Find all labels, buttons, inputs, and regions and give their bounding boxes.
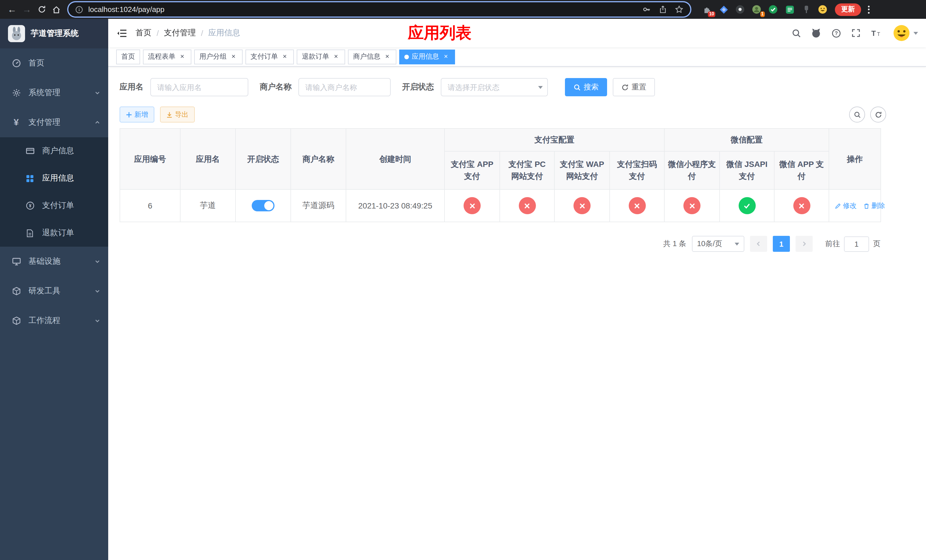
chevron-down-icon bbox=[914, 32, 918, 35]
sidebar-fold-icon[interactable] bbox=[108, 19, 136, 47]
home-icon[interactable] bbox=[49, 2, 64, 17]
extension-dark-icon[interactable] bbox=[735, 4, 746, 15]
close-icon[interactable] bbox=[178, 53, 186, 61]
sidebar-item-infrastructure[interactable]: 基础设施 bbox=[0, 247, 108, 276]
breadcrumb: 首页 支付管理 应用信息 bbox=[136, 28, 240, 38]
sidebar-item-label: 应用信息 bbox=[42, 173, 74, 183]
reload-icon[interactable] bbox=[34, 2, 49, 17]
extension-green-check-icon[interactable] bbox=[768, 4, 779, 15]
browser-menu-icon[interactable] bbox=[868, 5, 870, 14]
sidebar-item-refund-orders[interactable]: 退款订单 bbox=[0, 219, 108, 247]
total-count: 共 1 条 bbox=[663, 239, 686, 249]
close-icon[interactable] bbox=[332, 53, 340, 61]
extensions-puzzle-icon[interactable]: 10 bbox=[702, 4, 713, 15]
page-size-select[interactable]: 10条/页 bbox=[692, 236, 744, 252]
sidebar-item-dev-tools[interactable]: 研发工具 bbox=[0, 276, 108, 306]
col-header-alipay-app: 支付宝 APP 支付 bbox=[445, 151, 500, 189]
font-size-icon[interactable]: TT bbox=[869, 26, 883, 41]
search-button[interactable]: 搜索 bbox=[565, 78, 607, 96]
user-menu[interactable] bbox=[893, 24, 918, 42]
back-icon[interactable] bbox=[5, 2, 20, 17]
extension-chat-icon[interactable] bbox=[784, 4, 795, 15]
edit-link[interactable]: 修改 bbox=[835, 201, 856, 210]
refresh-button[interactable] bbox=[870, 106, 886, 123]
goto-page-input[interactable] bbox=[844, 236, 869, 251]
forward-icon[interactable] bbox=[20, 2, 34, 17]
toggle-search-button[interactable] bbox=[849, 106, 865, 123]
prev-page-button[interactable] bbox=[750, 236, 767, 252]
sidebar-item-merchant-info[interactable]: 商户信息 bbox=[0, 137, 108, 165]
cube-icon bbox=[11, 286, 21, 296]
github-icon[interactable] bbox=[809, 26, 823, 41]
add-button[interactable]: 新增 bbox=[120, 106, 154, 123]
address-bar[interactable]: localhost:1024/pay/app bbox=[68, 2, 690, 17]
chrome-update-button[interactable]: 更新 bbox=[835, 3, 861, 16]
breadcrumb-home[interactable]: 首页 bbox=[136, 28, 151, 38]
extension-pin-icon[interactable] bbox=[801, 4, 811, 15]
close-icon[interactable] bbox=[442, 53, 450, 61]
bookmark-star-icon[interactable] bbox=[675, 5, 683, 14]
reset-button-label: 重置 bbox=[632, 82, 646, 92]
export-button[interactable]: 导出 bbox=[160, 106, 195, 123]
svg-text:T: T bbox=[877, 31, 880, 37]
active-dot bbox=[404, 54, 409, 59]
extension-profile-icon[interactable]: 1 bbox=[751, 4, 762, 15]
tab-process-form[interactable]: 流程表单 bbox=[143, 49, 191, 64]
breadcrumb-payment[interactable]: 支付管理 bbox=[164, 28, 196, 38]
header-search-icon[interactable] bbox=[789, 26, 803, 41]
sidebar-item-payment-orders[interactable]: ¥ 支付订单 bbox=[0, 192, 108, 219]
sidebar-item-app-info[interactable]: 应用信息 bbox=[0, 165, 108, 192]
filter-bar: 应用名 商户名称 开启状态 搜索 重置 bbox=[120, 78, 886, 96]
tab-merchant-info[interactable]: 商户信息 bbox=[348, 49, 396, 64]
col-group-alipay: 支付宝配置 bbox=[445, 129, 664, 151]
password-key-icon[interactable] bbox=[642, 5, 651, 14]
chevron-up-icon bbox=[95, 120, 100, 125]
svg-text:¥: ¥ bbox=[29, 203, 31, 208]
sidebar-item-payment[interactable]: 支付管理 bbox=[0, 107, 108, 137]
extension-smiley-icon[interactable] bbox=[817, 4, 828, 15]
sidebar-item-home[interactable]: 首页 bbox=[0, 48, 108, 78]
avatar bbox=[893, 24, 910, 42]
sidebar-item-label: 商户信息 bbox=[42, 146, 74, 156]
sidebar-item-workflow[interactable]: 工作流程 bbox=[0, 306, 108, 336]
tab-refund-orders[interactable]: 退款订单 bbox=[297, 49, 345, 64]
fullscreen-icon[interactable] bbox=[849, 26, 863, 41]
col-header-wechat-jsapi: 微信 JSAPI 支付 bbox=[720, 151, 774, 189]
page-number-button[interactable]: 1 bbox=[773, 236, 790, 252]
close-icon[interactable] bbox=[230, 53, 238, 61]
table-toolbar: 新增 导出 bbox=[120, 106, 886, 123]
page-size-value: 10条/页 bbox=[697, 239, 722, 249]
status-select[interactable] bbox=[441, 78, 548, 96]
site-info-icon[interactable] bbox=[75, 5, 83, 14]
chevron-down-icon bbox=[95, 288, 100, 294]
sidebar-item-label: 系统管理 bbox=[29, 88, 61, 98]
tab-payment-orders[interactable]: 支付订单 bbox=[245, 49, 294, 64]
merchant-name-input[interactable] bbox=[298, 78, 391, 96]
help-icon[interactable]: ? bbox=[829, 26, 843, 41]
col-header-created: 创建时间 bbox=[346, 129, 445, 189]
page-unit-label: 页 bbox=[873, 239, 881, 249]
sidebar-item-system[interactable]: 系统管理 bbox=[0, 78, 108, 107]
next-page-button[interactable] bbox=[796, 236, 813, 252]
share-icon[interactable] bbox=[659, 5, 667, 14]
close-icon[interactable] bbox=[281, 53, 289, 61]
breadcrumb-separator bbox=[157, 29, 159, 38]
status-select-input[interactable] bbox=[441, 78, 548, 96]
page-content: 应用名 商户名称 开启状态 搜索 重置 bbox=[108, 67, 926, 560]
close-icon[interactable] bbox=[383, 53, 391, 61]
chevron-down-icon bbox=[95, 318, 100, 324]
cell-created: 2021-10-23 08:49:25 bbox=[346, 189, 445, 222]
url-text[interactable]: localhost:1024/pay/app bbox=[88, 5, 164, 14]
reset-button[interactable]: 重置 bbox=[613, 78, 655, 96]
chevron-down-icon bbox=[735, 242, 739, 245]
tab-home[interactable]: 首页 bbox=[116, 49, 140, 64]
delete-link[interactable]: 删除 bbox=[863, 201, 885, 210]
tab-app-info[interactable]: 应用信息 bbox=[399, 49, 455, 64]
sidebar-logo[interactable]: 芋道管理系统 bbox=[0, 19, 108, 48]
navbar-actions: ? TT bbox=[789, 24, 926, 42]
tab-user-group[interactable]: 用户分组 bbox=[194, 49, 243, 64]
app-name-input[interactable] bbox=[150, 78, 248, 96]
profile-badge: 1 bbox=[760, 11, 765, 17]
extension-blue-icon[interactable] bbox=[718, 4, 729, 15]
status-toggle[interactable] bbox=[252, 200, 274, 211]
